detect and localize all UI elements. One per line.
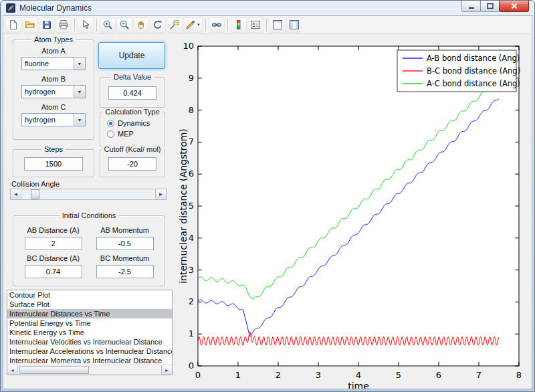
steps-input[interactable] bbox=[24, 157, 83, 171]
ab-momentum-input[interactable] bbox=[96, 237, 154, 250]
plot-list-item-2[interactable]: Internuclear Distances vs Time bbox=[7, 309, 172, 318]
scrollbar-thumb[interactable] bbox=[19, 366, 89, 374]
svg-text:4: 4 bbox=[356, 370, 361, 380]
minimize-button[interactable] bbox=[461, 1, 481, 12]
svg-text:2: 2 bbox=[189, 296, 194, 306]
pan-icon[interactable] bbox=[133, 17, 149, 33]
panel-title: Atom Types bbox=[31, 35, 76, 43]
chevron-down-icon[interactable] bbox=[74, 114, 85, 126]
plot-type-listbox: Contour Plot Surface Plot Internuclear D… bbox=[7, 290, 173, 375]
data-cursor-icon[interactable] bbox=[167, 17, 183, 33]
plot-list-item-5[interactable]: Internuclear Velocities vs Internuclear … bbox=[7, 337, 172, 347]
atom-b-label: Atom B bbox=[41, 75, 66, 83]
zoom-in-icon[interactable] bbox=[100, 17, 116, 33]
svg-text:7: 7 bbox=[189, 136, 194, 146]
edit-plot-icon[interactable] bbox=[78, 17, 94, 33]
svg-text:6: 6 bbox=[189, 169, 194, 179]
svg-text:4: 4 bbox=[189, 233, 194, 243]
toolbar bbox=[3, 16, 532, 34]
hide-plot-tools-icon[interactable] bbox=[270, 17, 286, 33]
steps-panel: Steps bbox=[13, 149, 94, 177]
svg-text:5: 5 bbox=[396, 370, 401, 380]
horizontal-scrollbar[interactable] bbox=[7, 365, 172, 375]
calculation-type-panel: Calculation Type Dynamics MEP bbox=[100, 112, 165, 146]
toolbar-separator bbox=[266, 19, 267, 31]
svg-text:0: 0 bbox=[195, 370, 201, 380]
scroll-left-arrow-icon[interactable] bbox=[7, 365, 18, 375]
brush-icon[interactable] bbox=[183, 17, 203, 33]
svg-text:9: 9 bbox=[189, 73, 194, 83]
panel-title: Calculation Type bbox=[102, 108, 162, 116]
chevron-down-icon[interactable] bbox=[74, 58, 85, 70]
window-content: Atom Types Atom A fluorine Atom B hydrog… bbox=[3, 15, 532, 389]
toolbar-separator bbox=[205, 19, 206, 31]
slider-right-arrow-icon[interactable] bbox=[155, 189, 166, 199]
save-icon[interactable] bbox=[39, 17, 55, 33]
bc-momentum-label: BC Momentum bbox=[89, 254, 160, 262]
new-file-icon[interactable] bbox=[5, 17, 21, 33]
svg-text:6: 6 bbox=[436, 370, 441, 380]
svg-text:1: 1 bbox=[235, 370, 241, 380]
plot-type-list: Contour Plot Surface Plot Internuclear D… bbox=[7, 290, 172, 365]
plot-list-item-0[interactable]: Contour Plot bbox=[7, 290, 172, 300]
update-button[interactable]: Update bbox=[98, 42, 165, 69]
cutoff-input[interactable] bbox=[108, 157, 156, 171]
scrollbar-track[interactable] bbox=[18, 365, 161, 375]
initial-conditions-panel: Initial Conditions AB Distance (A) AB Mo… bbox=[13, 215, 165, 286]
atom-c-dropdown[interactable]: hydrogen bbox=[21, 113, 86, 126]
plot-axes[interactable]: 012345678012345678910timeinternuclear di… bbox=[179, 35, 528, 389]
plot-list-item-3[interactable]: Potential Energy vs Time bbox=[7, 318, 172, 328]
titlebar[interactable]: Molecular Dynamics bbox=[1, 1, 534, 15]
panel-title: Steps bbox=[41, 145, 66, 153]
plot-list-item-6[interactable]: Internuclear Accelerations vs Internucle… bbox=[7, 347, 172, 356]
show-plot-tools-icon[interactable] bbox=[286, 17, 302, 33]
bc-momentum-input[interactable] bbox=[96, 265, 154, 278]
close-button[interactable] bbox=[499, 1, 529, 12]
atom-c-value: hydrogen bbox=[22, 114, 74, 126]
panel-title: Cutoff (Kcal/ mol) bbox=[102, 145, 164, 153]
chart-legend: A-B bond distance (Ang)B-C bond distance… bbox=[397, 50, 520, 92]
atom-types-panel: Atom Types Atom A fluorine Atom B hydrog… bbox=[13, 39, 94, 140]
svg-text:B-C bond distance (Ang): B-C bond distance (Ang) bbox=[427, 66, 520, 76]
atom-b-value: hydrogen bbox=[22, 86, 74, 98]
maximize-button[interactable] bbox=[480, 1, 500, 12]
svg-text:3: 3 bbox=[316, 370, 321, 380]
scroll-right-arrow-icon[interactable] bbox=[161, 365, 172, 375]
slider-track[interactable] bbox=[21, 189, 155, 199]
delta-value-input[interactable] bbox=[108, 86, 156, 100]
insert-colorbar-icon[interactable] bbox=[231, 17, 247, 33]
rotate-3d-icon[interactable] bbox=[150, 17, 166, 33]
svg-text:A-B bond distance (Ang): A-B bond distance (Ang) bbox=[427, 54, 520, 63]
radio-dynamics[interactable]: Dynamics bbox=[107, 119, 165, 127]
chevron-down-icon[interactable] bbox=[74, 86, 85, 98]
insert-legend-icon[interactable] bbox=[247, 17, 263, 33]
ab-distance-input[interactable] bbox=[25, 237, 82, 250]
plot-list-item-1[interactable]: Surface Plot bbox=[7, 300, 172, 309]
collision-angle-slider[interactable] bbox=[10, 189, 167, 200]
link-plots-icon[interactable] bbox=[209, 17, 225, 33]
print-icon[interactable] bbox=[56, 17, 72, 33]
zoom-out-icon[interactable] bbox=[116, 17, 132, 33]
svg-text:internuclear distance (Angstro: internuclear distance (Angstrom) bbox=[179, 128, 189, 284]
toolbar-separator bbox=[96, 19, 97, 31]
svg-text:8: 8 bbox=[516, 370, 522, 380]
slider-thumb[interactable] bbox=[31, 189, 39, 199]
atom-a-label: Atom A bbox=[41, 47, 65, 55]
bc-distance-input[interactable] bbox=[25, 265, 82, 278]
panel-title: Delta Value bbox=[111, 73, 154, 81]
ab-distance-label: AB Distance (A) bbox=[17, 226, 89, 234]
collision-angle-label: Collision Angle bbox=[11, 180, 60, 188]
toolbar-separator bbox=[74, 19, 75, 31]
svg-text:8: 8 bbox=[189, 105, 194, 115]
radio-mep[interactable]: MEP bbox=[107, 130, 165, 138]
plot-list-item-7[interactable]: Internuclear Momenta vs Internuclear Dis… bbox=[7, 356, 172, 365]
chevron-down-icon[interactable] bbox=[197, 23, 201, 27]
svg-text:10: 10 bbox=[183, 41, 194, 51]
open-folder-icon[interactable] bbox=[22, 17, 38, 33]
figure-area: Atom Types Atom A fluorine Atom B hydrog… bbox=[3, 34, 532, 389]
plot-list-item-4[interactable]: Kinetic Energy vs Time bbox=[7, 328, 172, 337]
atom-a-dropdown[interactable]: fluorine bbox=[21, 57, 86, 70]
atom-b-dropdown[interactable]: hydrogen bbox=[21, 85, 86, 98]
bc-distance-label: BC Distance (A) bbox=[17, 254, 89, 262]
slider-left-arrow-icon[interactable] bbox=[11, 189, 21, 199]
